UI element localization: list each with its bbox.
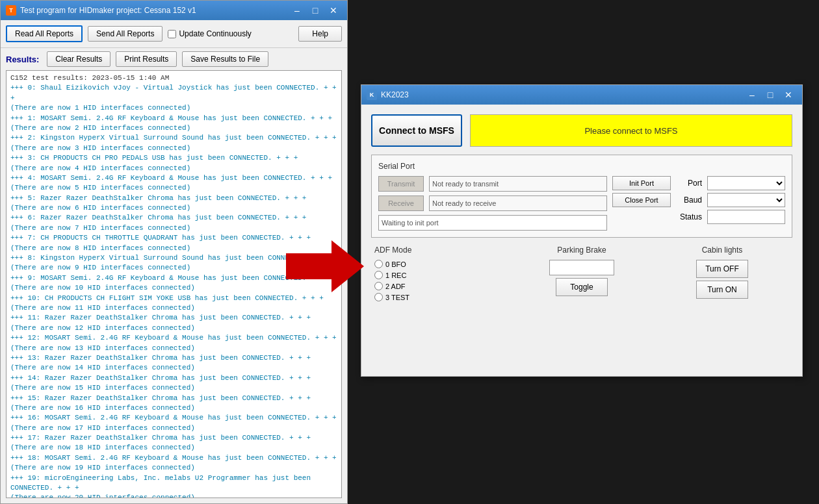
- receive-row: Receive: [378, 195, 607, 211]
- log-line: (There are now 4 HID interfaces connecte…: [10, 164, 337, 173]
- adf-radio-adf-input[interactable]: [374, 282, 383, 290]
- svg-marker-0: [286, 240, 364, 292]
- adf-radio-test: 3 TEST: [374, 293, 508, 301]
- log-line: +++ 1: MOSART Semi. 2.4G RF Keyboard & M…: [10, 114, 337, 123]
- receive-button[interactable]: Receive: [378, 195, 424, 211]
- parking-brake-input: [549, 260, 614, 275]
- log-line: +++ 19: microEngineering Labs, Inc. mela…: [10, 473, 337, 494]
- results-bar: Results: Clear Results Print Results Sav…: [1, 48, 347, 70]
- bottom-section: ADF Mode 0 BFO 1 REC 2 ADF 3 TEST: [371, 246, 792, 301]
- serial-port-section: Serial Port Transmit Receive: [371, 155, 792, 238]
- connect-msfs-button[interactable]: Connect to MSFS: [371, 114, 462, 147]
- save-results-button[interactable]: Save Results to File: [182, 51, 268, 67]
- read-all-reports-button[interactable]: Read All Reports: [6, 25, 83, 42]
- main-window-title: Test program for HIDmaker project: Cessn…: [20, 6, 196, 15]
- msfs-status-bar: Please connect to MSFS: [470, 114, 792, 147]
- log-line: +++ 10: CH PRODUCTS CH FLIGHT SIM YOKE U…: [10, 294, 337, 303]
- turn-off-button[interactable]: Turn OFF: [696, 260, 748, 278]
- second-window-title: KK2023: [381, 90, 409, 99]
- log-line: (There are now 15 HID interfaces connect…: [10, 383, 337, 393]
- main-toolbar: Read All Reports Send All Reports Update…: [1, 20, 347, 48]
- main-title-bar: T Test program for HIDmaker project: Ces…: [1, 1, 347, 20]
- adf-radio-adf: 2 ADF: [374, 282, 508, 290]
- log-line: (There are now 12 HID interfaces connect…: [10, 323, 337, 333]
- adf-radio-test-input[interactable]: [374, 293, 383, 301]
- log-line: (There are now 19 HID interfaces connect…: [10, 463, 337, 473]
- log-line: +++ 6: Razer Razer DeathStalker Chroma h…: [10, 213, 337, 223]
- second-maximize-button[interactable]: □: [762, 88, 779, 101]
- second-app-icon: K: [367, 90, 377, 100]
- log-line: (There are now 5 HID interfaces connecte…: [10, 183, 337, 193]
- log-line: (There are now 17 HID interfaces connect…: [10, 423, 337, 433]
- log-line: (There are now 16 HID interfaces connect…: [10, 403, 337, 413]
- adf-radio-rec: 1 REC: [374, 271, 508, 279]
- waiting-row: [378, 215, 607, 231]
- close-port-button[interactable]: Close Port: [612, 193, 671, 207]
- baud-select[interactable]: [707, 193, 785, 207]
- connect-row: Connect to MSFS Please connect to MSFS: [371, 114, 792, 147]
- adf-radio-bfo: 0 BFO: [374, 260, 508, 268]
- log-line: (There are now 13 HID interfaces connect…: [10, 344, 337, 353]
- transmit-button[interactable]: Transmit: [378, 176, 424, 192]
- log-line: +++ 0: Shaul Eizikovich vJoy - Virtual J…: [10, 83, 337, 103]
- init-port-button[interactable]: Init Port: [612, 176, 671, 190]
- log-line: (There are now 6 HID interfaces connecte…: [10, 203, 337, 213]
- second-window: K KK2023 – □ ✕ Connect to MSFS Please co…: [361, 84, 803, 377]
- transmit-status-field: [429, 176, 607, 192]
- close-button[interactable]: ✕: [325, 4, 342, 17]
- log-line: +++ 16: MOSART Semi. 2.4G RF Keyboard & …: [10, 413, 337, 423]
- turn-on-button[interactable]: Turn ON: [696, 281, 748, 299]
- msfs-status-text: Please connect to MSFS: [584, 126, 677, 136]
- transmit-row: Transmit: [378, 176, 607, 192]
- second-content: Connect to MSFS Please connect to MSFS S…: [361, 105, 802, 376]
- log-line: C152 test results: 2023-05-15 1:40 AM: [10, 73, 337, 83]
- log-line: +++ 4: MOSART Semi. 2.4G RF Keyboard & M…: [10, 173, 337, 183]
- results-label: Results:: [6, 55, 39, 64]
- parking-brake-section: Parking Brake Toggle: [515, 246, 649, 301]
- cabin-lights-label: Cabin lights: [702, 246, 743, 255]
- log-line: +++ 5: Razer Razer DeathStalker Chroma h…: [10, 194, 337, 203]
- log-line: (There are now 3 HID interfaces connecte…: [10, 144, 337, 153]
- adf-radio-rec-input[interactable]: [374, 271, 383, 279]
- clear-results-button[interactable]: Clear Results: [47, 51, 110, 67]
- log-line: +++ 15: Razer Razer DeathStalker Chroma …: [10, 394, 337, 403]
- log-line: (There are now 14 HID interfaces connect…: [10, 363, 337, 373]
- baud-label: Baud: [676, 195, 702, 205]
- second-close-button[interactable]: ✕: [780, 88, 797, 101]
- log-line: +++ 14: Razer Razer DeathStalker Chroma …: [10, 373, 337, 383]
- log-line: +++ 2: Kingston HyperX Virtual Surround …: [10, 133, 337, 143]
- log-line: +++ 3: CH PRODUCTS CH PRO PEDALS USB has…: [10, 153, 337, 163]
- red-arrow-icon: [286, 240, 364, 292]
- help-button[interactable]: Help: [298, 26, 342, 42]
- log-line: +++ 13: Razer Razer DeathStalker Chroma …: [10, 353, 337, 363]
- log-line: +++ 12: MOSART Semi. 2.4G RF Keyboard & …: [10, 333, 337, 343]
- print-results-button[interactable]: Print Results: [116, 51, 177, 67]
- port-label: Port: [676, 179, 702, 188]
- adf-mode-section: ADF Mode 0 BFO 1 REC 2 ADF 3 TEST: [374, 246, 508, 301]
- cabin-lights-section: Cabin lights Turn OFF Turn ON: [655, 246, 789, 301]
- update-continuously-label: Update Continuously: [168, 29, 251, 38]
- serial-port-label: Serial Port: [378, 162, 785, 171]
- toggle-button[interactable]: Toggle: [556, 278, 608, 296]
- status-label: Status: [676, 212, 702, 221]
- send-all-reports-button[interactable]: Send All Reports: [88, 26, 162, 42]
- log-line: +++ 17: Razer Razer DeathStalker Chroma …: [10, 433, 337, 443]
- log-line: +++ 18: MOSART Semi. 2.4G RF Keyboard & …: [10, 453, 337, 463]
- app-icon: T: [6, 5, 16, 16]
- log-line: (There are now 20 HID interfaces connect…: [10, 493, 337, 498]
- log-line: +++ 11: Razer Razer DeathStalker Chroma …: [10, 313, 337, 323]
- minimize-button[interactable]: –: [289, 4, 306, 17]
- log-line: (There are now 11 HID interfaces connect…: [10, 303, 337, 313]
- status-field: [707, 210, 785, 224]
- adf-mode-label: ADF Mode: [374, 246, 508, 255]
- update-continuously-checkbox[interactable]: [168, 30, 176, 38]
- parking-brake-label: Parking Brake: [557, 246, 606, 255]
- log-line: (There are now 18 HID interfaces connect…: [10, 443, 337, 453]
- port-select[interactable]: [707, 176, 785, 190]
- log-line: (There are now 2 HID interfaces connecte…: [10, 123, 337, 133]
- maximize-button[interactable]: □: [307, 4, 324, 17]
- second-title-bar: K KK2023 – □ ✕: [361, 85, 802, 105]
- receive-status-field: [429, 195, 607, 211]
- second-minimize-button[interactable]: –: [744, 88, 760, 101]
- adf-radio-bfo-input[interactable]: [374, 260, 383, 268]
